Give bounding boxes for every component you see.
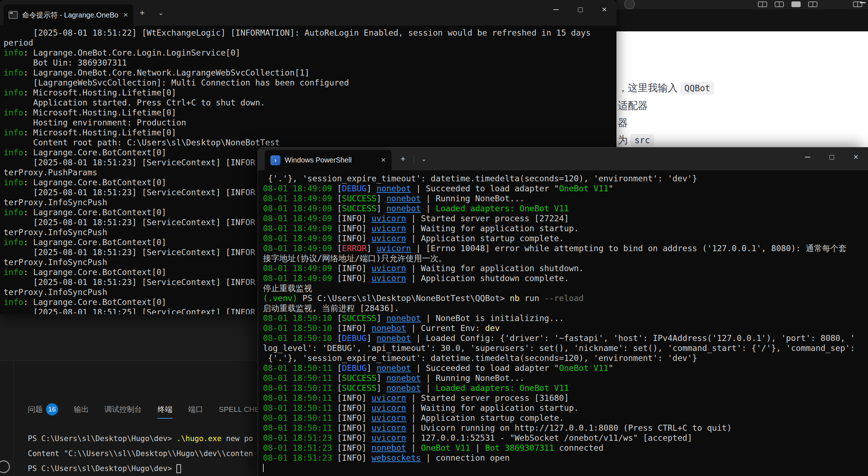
maximize-button[interactable] — [820, 148, 844, 167]
tab-debug-console[interactable]: 调试控制台 — [104, 404, 142, 414]
cmd-icon — [9, 11, 18, 19]
ps-log-line: 08-01 18:50:10 [SUCCESS] nonebot | NoneB… — [263, 313, 855, 323]
vscode-panel: 问题 16 输出 调试控制台 终端 端口 SPELL CHECKER PS C:… — [0, 314, 258, 476]
new-tab-button[interactable]: + — [140, 8, 145, 18]
ps-log-line: 08-01 18:49:09 [INFO] uvicorn | Waiting … — [263, 223, 855, 233]
ps-log-line: (.venv) PS C:\Users\sl\Desktop\NoneBotTe… — [263, 293, 855, 303]
tab-dropdown-icon[interactable]: ⌄ — [158, 9, 164, 17]
cmd-log-line: [2025-08-01 18:51:22] [WtExchangeLogic] … — [4, 28, 591, 38]
terminal-line: Content "C:\\Users\\sl\\Desktop\\Hugo\\d… — [28, 446, 253, 461]
doc-text-line: 器 — [618, 116, 628, 130]
ps-log-line: log_level': 'DEBUG', 'api_timeout': 30.0… — [263, 343, 855, 353]
layout-columns-icon[interactable] — [808, 1, 817, 7]
ps-log-line: 08-01 18:50:11 [SUCCESS] nonebot | Loade… — [263, 383, 855, 393]
ps-log-line: 08-01 18:50:10 [INFO] nonebot | Current … — [263, 323, 855, 333]
doc-text-line: ，这里我输入 QQBot — [618, 81, 714, 95]
ps-log-line: 08-01 18:50:11 [DEBUG] nonebot | Succeed… — [263, 363, 855, 373]
minimize-button[interactable] — [795, 148, 820, 167]
ps-log-line: 08-01 18:49:09 [INFO] uvicorn | Applicat… — [263, 273, 855, 283]
layout-sidebar-icon[interactable] — [758, 1, 767, 7]
layout-panel-icon[interactable] — [775, 1, 784, 7]
panel-border — [14, 361, 14, 476]
terminal-line: PS C:\Users\sl\Desktop\Hugo\dev> .\hugo.… — [28, 431, 253, 446]
maximize-button[interactable] — [568, 0, 592, 19]
account-icon[interactable] — [0, 460, 10, 473]
ps-log-line: 08-01 18:51:23 [INFO] nonebot | OneBot V… — [263, 443, 855, 453]
title-bar — [616, 0, 868, 9]
cmd-log-line: Application started. Press Ctrl+C to shu… — [4, 98, 591, 108]
ps-log-line — [263, 463, 855, 473]
tab-output[interactable]: 输出 — [74, 404, 89, 414]
terminal-line: PS C:\Users\sl\Desktop\Hugo\dev> — [28, 461, 253, 476]
cmd-log-line: info: Lagrange.OneBot.Core.Login.LoginSe… — [4, 48, 591, 58]
cmd-log-line: Content root path: C:\Users\sl\Desktop\N… — [4, 138, 591, 148]
cmd-log-line: period — [4, 38, 591, 48]
doc-text-line: 适配器 — [618, 99, 648, 113]
cmd-log-line: Bot Uin: 3869307311 — [4, 58, 591, 68]
cmd-title-bar[interactable]: 命令提示符 - Lagrange.OneBo ✕ + ⌄ ✕ — [0, 0, 616, 26]
cmd-log-line: info: Microsoft.Hosting.Lifetime[0] — [4, 88, 591, 98]
ps-log-line: {'.'}, 'session_expire_timeout': datetim… — [263, 174, 855, 183]
minimize-button[interactable] — [544, 0, 568, 19]
powershell-window: › Windows PowerShell ✕ + ⌄ ✕ {'.'}, 'ses… — [258, 147, 868, 476]
cmd-tab[interactable]: 命令提示符 - Lagrange.OneBo ✕ — [4, 4, 133, 26]
ps-log-line: 08-01 18:51:23 [INFO] websockets | conne… — [263, 453, 855, 463]
ps-log-line: 08-01 18:50:11 [INFO] uvicorn | Uvicorn … — [263, 423, 855, 433]
panel-tab-bar: 问题 16 输出 调试控制台 终端 端口 SPELL CHECKER — [28, 402, 258, 417]
ps-log-line: {'.'}, 'session_expire_timeout': datetim… — [263, 353, 855, 363]
tab-problems-label: 问题 — [28, 404, 43, 414]
separator — [414, 154, 414, 164]
ps-log-line: 接字地址(协议/网络地址/端口)只允许使用一次。 — [263, 253, 855, 263]
tab-close-icon[interactable]: ✕ — [123, 11, 128, 19]
tab-terminal[interactable]: 终端 — [157, 404, 172, 414]
ps-log-line: 08-01 18:51:23 [INFO] uvicorn | 127.0.0.… — [263, 433, 855, 443]
tab-ports[interactable]: 端口 — [188, 404, 203, 414]
ps-title-bar[interactable]: › Windows PowerShell ✕ + ⌄ ✕ — [258, 148, 868, 170]
problems-count-badge: 16 — [46, 403, 58, 415]
ps-log-output[interactable]: {'.'}, 'session_expire_timeout': datetim… — [263, 174, 855, 473]
ps-tab-title: Windows PowerShell — [285, 156, 377, 164]
ps-log-line: 08-01 18:49:09 [SUCCESS] nonebot | Loade… — [263, 203, 855, 213]
vscode-terminal[interactable]: PS C:\Users\sl\Desktop\Hugo\dev> .\hugo.… — [28, 431, 253, 476]
ps-log-line: 08-01 18:50:10 [DEBUG] nonebot | Loaded … — [263, 333, 855, 343]
tab-dropdown-icon[interactable]: ⌄ — [421, 155, 427, 163]
cmd-log-line: info: Lagrange.OneBot.Core.Network.Lagra… — [4, 68, 591, 78]
ps-log-line: 08-01 18:49:09 [INFO] uvicorn | Waiting … — [263, 263, 855, 273]
tab-spell-checker[interactable]: SPELL CHECKER — [219, 405, 258, 414]
ps-log-line: 08-01 18:50:11 [INFO] uvicorn | Waiting … — [263, 403, 855, 413]
cmd-tab-title: 命令提示符 - Lagrange.OneBo — [22, 10, 120, 20]
cmd-log-line: info: Microsoft.Hosting.Lifetime[0] — [4, 108, 591, 118]
ps-log-line: 停止重载监视 — [263, 283, 855, 293]
ps-log-line: 08-01 18:49:09 [DEBUG] nonebot | Succeed… — [263, 183, 855, 193]
powershell-icon: › — [270, 155, 280, 165]
doc-page: ，这里我输入 QQBot适配器器为 src赖拟环境下，所以这里我们不在创建虚拟环… — [616, 31, 868, 157]
cmd-log-line: info: Microsoft.Hosting.Lifetime[0] — [4, 128, 591, 138]
ps-tab[interactable]: › Windows PowerShell ✕ — [265, 150, 392, 170]
ps-log-line: 08-01 18:49:09 [ERROR] uvicorn | [Errno … — [263, 243, 855, 253]
ps-log-line: 08-01 18:49:09 [SUCCESS] nonebot | Runni… — [263, 193, 855, 203]
cmd-log-line: [LagrangeWebSvcCollection]: Multi Connec… — [4, 78, 591, 88]
doc-text-line: 为 src — [618, 133, 654, 147]
ps-log-line: 08-01 18:50:11 [SUCCESS] nonebot | Runni… — [263, 373, 855, 383]
editor-empty-area — [0, 314, 258, 361]
ps-log-line: 08-01 18:50:11 [INFO] uvicorn | Applicat… — [263, 413, 855, 423]
ps-log-line: 08-01 18:49:09 [INFO] uvicorn | Applicat… — [263, 233, 855, 243]
close-button[interactable]: ✕ — [844, 148, 868, 167]
overlay-bubble-icon[interactable] — [624, 0, 635, 9]
minimize-icon[interactable] — [860, 2, 866, 3]
tab-problems[interactable]: 问题 16 — [28, 403, 58, 415]
ps-log-line: 启动重载监视, 当前进程 [28436]. — [263, 303, 855, 313]
tab-close-icon[interactable]: ✕ — [381, 156, 386, 164]
ps-log-line: 08-01 18:50:11 [INFO] uvicorn | Started … — [263, 393, 855, 403]
new-tab-button[interactable]: + — [401, 154, 405, 164]
layout-filled-icon[interactable] — [791, 1, 801, 7]
ps-log-line: 08-01 18:49:09 [INFO] uvicorn | Started … — [263, 213, 855, 223]
close-button[interactable]: ✕ — [592, 0, 616, 19]
browser-topbar — [616, 0, 868, 31]
cmd-log-line: Hosting environment: Production — [4, 118, 591, 128]
